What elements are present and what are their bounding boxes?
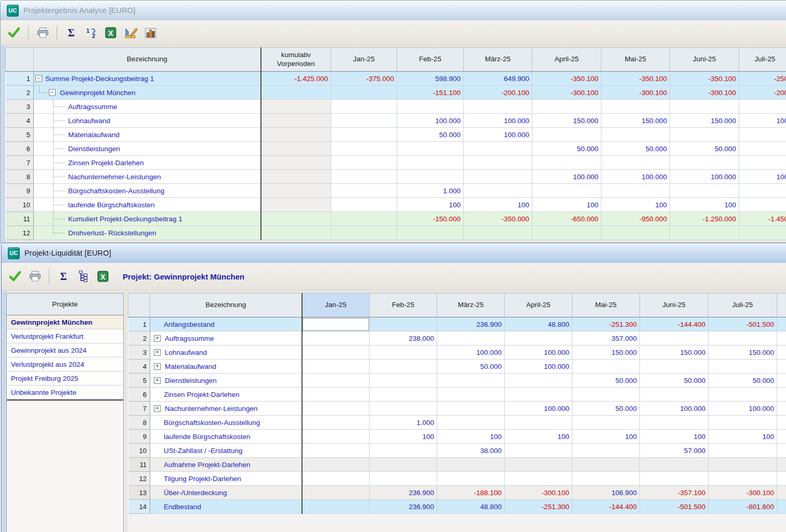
value-cell[interactable] [532, 184, 601, 198]
value-cell[interactable] [261, 226, 331, 240]
value-cell[interactable]: -501.500 [640, 500, 709, 514]
row-label-cell[interactable]: laufende Bürgschaftskosten [150, 430, 302, 444]
value-cell[interactable]: -200 [739, 86, 786, 100]
row-label-cell[interactable]: Über-/Unterdeckung [150, 486, 302, 500]
value-cell[interactable]: 236.900 [370, 486, 437, 500]
row-label-cell[interactable]: +Materialaufwand [150, 360, 302, 374]
value-cell[interactable] [261, 156, 331, 170]
value-cell[interactable] [572, 472, 640, 486]
chart-bar-icon[interactable] [143, 25, 158, 40]
column-header[interactable]: Feb-25 [397, 48, 464, 72]
value-cell[interactable] [505, 444, 572, 458]
value-cell[interactable] [261, 198, 331, 212]
row-number-cell[interactable]: 12 [128, 472, 150, 486]
value-cell[interactable]: -650.000 [532, 212, 601, 226]
value-cell[interactable]: 1.000 [370, 416, 437, 430]
row-number-cell[interactable]: 1 [6, 72, 34, 86]
value-cell[interactable] [331, 198, 397, 212]
column-header[interactable]: Juni-25 [640, 294, 709, 317]
value-cell[interactable] [302, 472, 370, 486]
value-cell[interactable] [331, 100, 397, 114]
row-number-cell[interactable]: 3 [6, 100, 34, 114]
value-cell[interactable] [640, 416, 709, 430]
value-cell[interactable] [739, 156, 786, 170]
value-cell[interactable] [331, 170, 397, 184]
column-header[interactable]: Bezeichnung [150, 294, 302, 317]
row-label-cell[interactable]: Zinsen Projekt-Darlehen [34, 156, 261, 170]
column-header[interactable]: März-25 [464, 48, 532, 72]
value-cell[interactable] [739, 142, 786, 156]
value-cell[interactable]: -150.000 [397, 212, 464, 226]
value-cell[interactable]: 50.000 [572, 374, 640, 388]
value-cell[interactable]: 649.900 [464, 72, 532, 86]
value-cell[interactable] [261, 212, 331, 226]
column-header[interactable]: Juli-25 [709, 294, 777, 317]
row-number-cell[interactable]: 5 [6, 128, 34, 142]
value-cell[interactable] [709, 388, 777, 402]
value-cell[interactable]: -250 [739, 72, 786, 86]
value-cell[interactable] [397, 100, 464, 114]
value-cell[interactable]: 50.000 [532, 142, 601, 156]
column-header[interactable]: Mai-25 [572, 294, 640, 317]
value-cell[interactable] [464, 156, 532, 170]
value-cell[interactable] [739, 198, 786, 212]
value-cell[interactable]: -251.300 [572, 317, 640, 331]
row-label-cell[interactable]: Tilgung Projekt-Darlehen [150, 472, 302, 486]
value-cell[interactable]: 38.000 [437, 444, 505, 458]
value-cell[interactable] [302, 374, 370, 388]
sum-icon[interactable]: Σ [64, 25, 78, 40]
value-cell[interactable]: -300.100 [709, 486, 777, 500]
value-cell[interactable] [670, 184, 739, 198]
value-cell[interactable] [572, 416, 640, 430]
value-cell[interactable] [709, 472, 777, 486]
value-cell[interactable] [739, 100, 786, 114]
value-cell[interactable] [370, 374, 437, 388]
row-number-cell[interactable]: 1 [128, 317, 150, 331]
value-cell[interactable]: 100.000 [601, 170, 670, 184]
value-cell[interactable]: 150.000 [572, 345, 640, 360]
column-header[interactable]: April-25 [505, 294, 572, 317]
value-cell[interactable]: -350.000 [464, 212, 532, 226]
value-cell[interactable] [370, 317, 437, 331]
row-label-cell[interactable]: Zinsen Projekt-Darlehen [150, 388, 302, 402]
value-cell[interactable] [370, 345, 437, 360]
value-cell[interactable]: 100.000 [397, 114, 464, 128]
value-cell[interactable]: 100 [709, 430, 777, 444]
value-cell[interactable]: 100.000 [505, 345, 572, 360]
value-cell[interactable] [601, 226, 670, 240]
value-cell[interactable] [302, 402, 370, 416]
value-cell[interactable]: 150.000 [640, 345, 709, 360]
row-label-cell[interactable]: Anfangsbestand [150, 317, 302, 331]
value-cell[interactable]: 100 [640, 430, 709, 444]
value-cell[interactable]: 100.000 [505, 402, 572, 416]
value-cell[interactable] [572, 360, 640, 374]
value-cell[interactable] [302, 500, 370, 514]
value-cell[interactable]: 50.000 [670, 142, 739, 156]
print-icon[interactable] [35, 25, 50, 40]
row-label-cell[interactable]: −Summe Projekt-Deckungsbeitrag 1 [34, 72, 261, 86]
value-cell[interactable]: 236.900 [437, 317, 505, 331]
value-cell[interactable]: 236.900 [370, 500, 437, 514]
value-cell[interactable]: 100.000 [532, 170, 601, 184]
value-cell[interactable] [331, 156, 397, 170]
value-cell[interactable]: 150.000 [532, 114, 601, 128]
row-number-cell[interactable]: 10 [6, 198, 34, 212]
value-cell[interactable] [532, 100, 601, 114]
value-cell[interactable] [397, 156, 464, 170]
value-cell[interactable] [302, 331, 370, 345]
row-number-cell[interactable]: 6 [6, 142, 34, 156]
row-number-cell[interactable]: 3 [128, 345, 150, 360]
value-cell[interactable]: -200.100 [464, 86, 532, 100]
value-cell[interactable]: 100.000 [464, 128, 532, 142]
row-number-cell[interactable]: 2 [6, 86, 34, 100]
expand-icon[interactable]: + [154, 377, 161, 384]
value-cell[interactable]: 100 [397, 198, 464, 212]
value-cell[interactable] [640, 388, 709, 402]
row-label-cell[interactable]: Auftragssumme [34, 100, 261, 114]
value-cell[interactable]: 50.000 [640, 374, 709, 388]
row-label-cell[interactable]: Bürgschaftskosten-Ausstellung [150, 416, 302, 430]
column-header[interactable]: Bezeichnung [34, 48, 261, 72]
value-cell[interactable]: -375.000 [331, 72, 397, 86]
row-number-cell[interactable]: 14 [128, 500, 150, 514]
expand-icon[interactable]: + [154, 335, 161, 342]
